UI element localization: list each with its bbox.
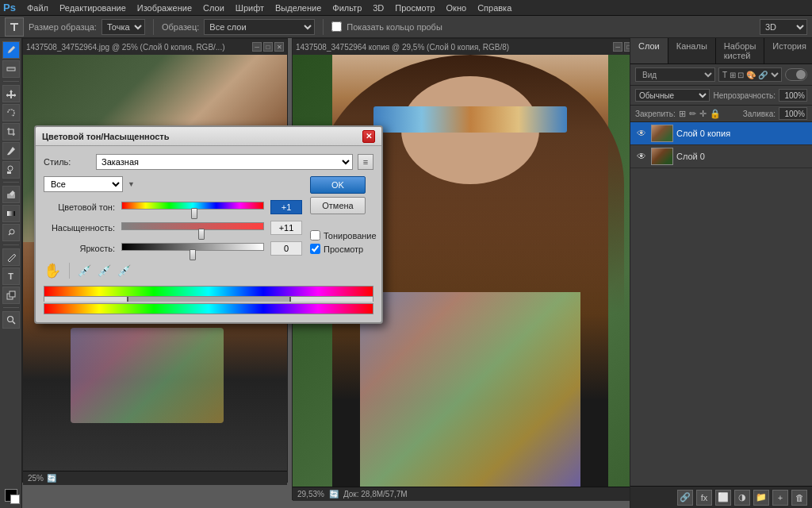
layers-panel: Слои Каналы Наборы кистей История ≡ Вид … [630,38,812,508]
tool-text[interactable]: T [2,267,20,285]
svg-rect-0 [7,67,15,71]
menu-3d[interactable]: 3D [368,2,389,14]
menu-edit[interactable]: Редактирование [55,2,131,14]
hue-slider-track[interactable] [121,202,264,213]
eyedropper-add-icon[interactable]: 💉 [98,264,111,277]
opacity-input[interactable] [779,89,807,102]
lock-position-icon[interactable]: ✛ [699,109,707,119]
color-spectrum-top [44,286,373,297]
hue-input[interactable] [270,200,302,214]
preview-checkbox[interactable] [310,244,320,254]
tool-eyedropper[interactable] [2,41,20,59]
colorize-checkbox[interactable] [310,230,320,241]
layer-item-0[interactable]: 👁 Слой 0 копия [630,122,812,145]
background-color[interactable] [10,495,20,504]
lightness-slider-thumb[interactable] [190,249,196,260]
layer-delete-button[interactable]: 🗑 [791,490,807,506]
doc1-close[interactable]: ✕ [274,42,284,52]
cancel-button[interactable]: Отмена [310,197,366,214]
menu-filter[interactable]: Фильтр [327,2,366,14]
eyedropper-subtract-icon[interactable]: 💉 [117,264,131,277]
channel-row: Все ▼ [44,176,302,192]
menu-file[interactable]: Файл [22,2,53,14]
menu-font[interactable]: Шрифт [231,2,269,14]
layer-add-button[interactable]: + [772,490,788,506]
preview-label: Просмотр [324,244,363,254]
saturation-slider-thumb[interactable] [198,229,205,240]
layer-link-button[interactable]: 🔗 [677,490,693,506]
menu-help[interactable]: Справка [473,2,516,14]
show-ring-checkbox[interactable] [331,21,342,32]
doc2-zoom: 29,53% [297,490,324,498]
tool-zoom[interactable] [2,311,20,329]
ok-button[interactable]: OK [310,176,366,194]
sample-select[interactable]: Все слои [204,19,315,35]
spectrum-range[interactable] [127,297,291,302]
layer-item-1[interactable]: 👁 Слой 0 [630,145,812,168]
tab-brushes[interactable]: Наборы кистей [716,38,765,64]
saturation-slider-track[interactable] [121,222,264,233]
lightness-slider-track[interactable] [121,243,264,254]
doc1-title: 1437508_34752964.jpg @ 25% (Слой 0 копия… [26,43,225,52]
tool-eraser[interactable] [2,186,20,203]
layers-filter-toggle[interactable] [785,68,807,81]
saturation-input[interactable] [270,221,302,235]
tool-ruler[interactable] [2,60,20,78]
channel-select[interactable]: Все [44,176,123,192]
menu-select[interactable]: Выделение [270,2,326,14]
layer-mode-select[interactable]: Обычные [635,89,710,102]
layers-filter-type[interactable]: Вид [635,67,715,82]
lock-paint-icon[interactable]: ✏ [689,109,696,119]
menu-image[interactable]: Изображение [132,2,197,14]
tool-gradient[interactable] [2,205,20,222]
3d-select[interactable]: 3D [760,19,807,35]
layer-adjustment-button[interactable]: ◑ [734,490,750,506]
app-logo: Ps [3,2,16,13]
doc1-minimize[interactable]: ─ [252,42,262,52]
layer-effects-button[interactable]: fx [696,490,712,506]
tool-brush[interactable] [2,142,20,160]
tool-pen[interactable] [2,248,20,266]
dialog-two-columns: Все ▼ Цветовой тон: [44,176,373,279]
tool-stamp[interactable] [2,161,20,179]
style-icon-btn[interactable]: ≡ [358,154,373,170]
size-select[interactable]: Точка [102,19,145,35]
foreground-color[interactable] [5,489,17,502]
color-spectrum-bottom [44,303,373,314]
svg-point-13 [7,317,13,322]
doc1-maximize[interactable]: □ [263,42,273,52]
tool-shape[interactable] [2,287,20,304]
tool-arrow-btn[interactable] [5,17,24,37]
menu-view[interactable]: Просмотр [390,2,439,14]
tool-dodge[interactable] [2,224,20,241]
style-select[interactable]: Заказная [96,154,353,170]
doc2-maximize[interactable]: □ [624,42,630,52]
lock-all-icon[interactable]: 🔒 [710,109,721,119]
lightness-input[interactable] [270,241,302,256]
tool-crop[interactable] [2,123,20,140]
dialog-close-button[interactable]: ✕ [362,130,375,143]
hand-icon[interactable]: ✋ [44,262,61,279]
tool-lasso[interactable] [2,104,20,121]
toolbar-separator-1 [153,19,154,35]
colorize-label: Тонирование [324,231,377,241]
tab-channels[interactable]: Каналы [668,38,716,64]
layer-0-name: Слой 0 [676,152,807,161]
layer-mask-button[interactable]: ⬜ [715,490,731,506]
dialog-titlebar: Цветовой тон/Насыщенность ✕ [36,127,381,146]
tool-move[interactable] [2,85,20,102]
lock-pixel-icon[interactable]: ⊞ [679,109,686,119]
layer-0-copy-eye[interactable]: 👁 [635,127,648,140]
tab-history[interactable]: История [764,38,812,64]
eyedropper-sample-icon[interactable]: 💉 [78,264,91,277]
layers-filter-select[interactable]: T ⊞ ⊡ 🎨 🔗 [718,67,782,82]
hue-slider-thumb[interactable] [191,208,197,219]
checkboxes: Тонирование Просмотр [310,230,373,254]
doc2-minimize[interactable]: ─ [613,42,622,52]
menu-window[interactable]: Окно [442,2,472,14]
layer-0-eye[interactable]: 👁 [635,150,648,163]
fill-input[interactable] [779,107,807,120]
tab-layers[interactable]: Слои [630,38,668,64]
layer-group-button[interactable]: 📁 [753,490,769,506]
menu-layers[interactable]: Слои [198,2,229,14]
